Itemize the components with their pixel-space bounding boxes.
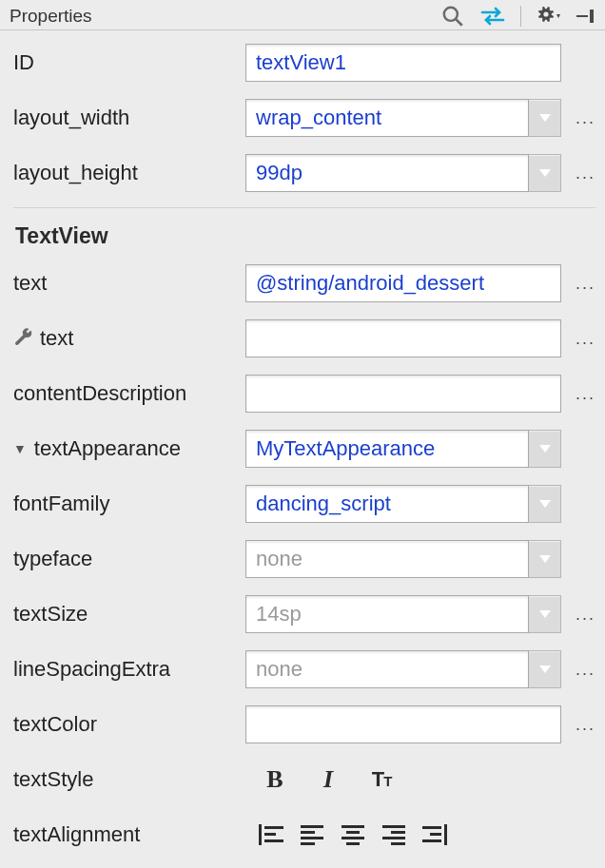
row-text-appearance: ▼ textAppearance MyTextAppearance ... — [13, 424, 595, 473]
dropdown-arrow-icon[interactable] — [529, 540, 561, 578]
svg-rect-29 — [382, 837, 405, 839]
text-alignment-toggle-group — [245, 822, 447, 847]
align-view-start-toggle[interactable] — [259, 822, 285, 847]
font-family-combo[interactable]: dancing_script — [245, 485, 529, 523]
expand-triangle-icon[interactable]: ▼ — [13, 441, 29, 456]
svg-rect-23 — [342, 825, 364, 828]
svg-marker-12 — [539, 555, 551, 563]
row-line-spacing-extra: lineSpacingExtra none ... — [13, 645, 595, 694]
row-text-size: textSize 14sp ... — [13, 589, 595, 639]
row-typeface: typeface none ... — [13, 534, 595, 584]
properties-panel: Properties ID ... — [0, 0, 605, 868]
svg-rect-25 — [342, 837, 364, 839]
svg-rect-31 — [444, 824, 447, 845]
label-text-appearance-span: textAppearance — [34, 436, 181, 461]
label-layout-width: layout_width — [13, 106, 238, 130]
text-appearance-combo[interactable]: MyTextAppearance — [245, 430, 529, 468]
dropdown-arrow-icon[interactable] — [529, 595, 561, 633]
label-typeface: typeface — [13, 547, 238, 571]
toolbar-separator — [520, 6, 521, 27]
label-text: text — [13, 271, 238, 296]
svg-rect-21 — [301, 837, 323, 839]
more-button[interactable]: ... — [569, 329, 595, 349]
svg-rect-16 — [264, 826, 283, 829]
label-text-appearance: ▼ textAppearance — [13, 436, 238, 461]
align-view-end-toggle[interactable] — [420, 822, 447, 847]
svg-rect-18 — [264, 839, 283, 842]
row-tools-text: text ... — [13, 314, 595, 363]
bold-toggle[interactable]: B — [259, 763, 291, 796]
dropdown-arrow-icon[interactable] — [529, 430, 561, 468]
label-text-style: textStyle — [13, 767, 238, 792]
tools-text-input[interactable] — [256, 326, 551, 351]
svg-marker-10 — [539, 445, 551, 453]
align-text-start-toggle[interactable] — [301, 822, 325, 847]
svg-rect-32 — [422, 826, 441, 829]
text-size-combo[interactable]: 14sp — [245, 595, 529, 633]
tools-text-field[interactable] — [245, 319, 561, 357]
content-description-input[interactable] — [256, 381, 551, 406]
row-font-family: fontFamily dancing_script ... — [13, 479, 595, 529]
search-icon[interactable] — [440, 4, 465, 29]
more-button[interactable]: ... — [569, 605, 595, 625]
svg-rect-24 — [346, 831, 360, 834]
svg-rect-27 — [382, 825, 405, 828]
svg-rect-15 — [259, 824, 262, 845]
gear-icon[interactable] — [535, 5, 561, 28]
panel-title: Properties — [10, 6, 92, 27]
svg-marker-5 — [556, 14, 560, 18]
italic-icon: I — [323, 765, 333, 794]
label-tools-text: text — [13, 326, 238, 351]
svg-rect-28 — [391, 831, 405, 834]
text-transform-icon: TT — [372, 767, 392, 792]
svg-rect-20 — [301, 831, 315, 834]
layout-width-combo[interactable]: wrap_content — [245, 99, 529, 137]
row-text-style: textStyle B I TT ... — [13, 755, 595, 804]
content-description-field[interactable] — [245, 375, 561, 413]
label-text-color: textColor — [13, 712, 238, 737]
svg-marker-11 — [539, 500, 551, 508]
more-button[interactable]: ... — [569, 660, 595, 680]
svg-marker-9 — [539, 169, 551, 177]
label-font-family: fontFamily — [13, 492, 238, 516]
line-spacing-extra-combo[interactable]: none — [245, 650, 529, 688]
svg-marker-8 — [539, 114, 551, 122]
label-content-description: contentDescription — [13, 381, 238, 406]
more-button[interactable]: ... — [569, 164, 595, 183]
typeface-combo[interactable]: none — [245, 540, 529, 578]
swap-icon[interactable] — [478, 6, 507, 27]
wrench-icon — [13, 328, 34, 349]
bold-icon: B — [266, 765, 283, 794]
section-divider — [13, 207, 595, 208]
more-button[interactable]: ... — [569, 384, 595, 404]
row-content-description: contentDescription ... — [13, 369, 595, 418]
italic-toggle[interactable]: I — [312, 763, 344, 796]
label-line-spacing-extra: lineSpacingExtra — [13, 657, 238, 682]
more-button[interactable]: ... — [569, 715, 595, 735]
more-button[interactable]: ... — [569, 108, 595, 128]
text-color-field[interactable] — [245, 705, 561, 743]
label-id: ID — [13, 50, 238, 75]
minimize-icon[interactable] — [575, 7, 597, 26]
text-color-input[interactable] — [256, 712, 551, 737]
id-field[interactable] — [245, 44, 561, 82]
dropdown-arrow-icon[interactable] — [529, 154, 561, 192]
section-title: TextView — [13, 218, 595, 253]
allcaps-toggle[interactable]: TT — [365, 763, 398, 796]
id-input[interactable] — [256, 50, 551, 75]
dropdown-arrow-icon[interactable] — [529, 485, 561, 523]
svg-rect-22 — [301, 842, 315, 845]
svg-rect-34 — [422, 839, 441, 842]
align-center-toggle[interactable] — [341, 822, 365, 847]
dropdown-arrow-icon[interactable] — [529, 99, 561, 137]
dropdown-arrow-icon[interactable] — [529, 650, 561, 688]
layout-height-combo[interactable]: 99dp — [245, 154, 529, 192]
text-field[interactable]: @string/android_dessert — [245, 264, 561, 302]
align-text-end-toggle[interactable] — [381, 822, 405, 847]
more-button[interactable]: ... — [569, 274, 595, 294]
row-id: ID ... — [13, 38, 595, 87]
label-text-size: textSize — [13, 602, 238, 627]
row-layout-width: layout_width wrap_content ... — [13, 93, 595, 143]
header-toolbar — [440, 4, 597, 29]
label-layout-height: layout_height — [13, 161, 238, 185]
